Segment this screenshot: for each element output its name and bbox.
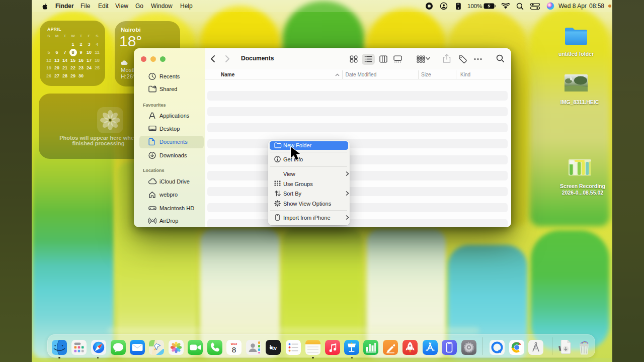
svg-text:8: 8 bbox=[232, 345, 236, 354]
svg-text:tv: tv bbox=[272, 345, 277, 351]
